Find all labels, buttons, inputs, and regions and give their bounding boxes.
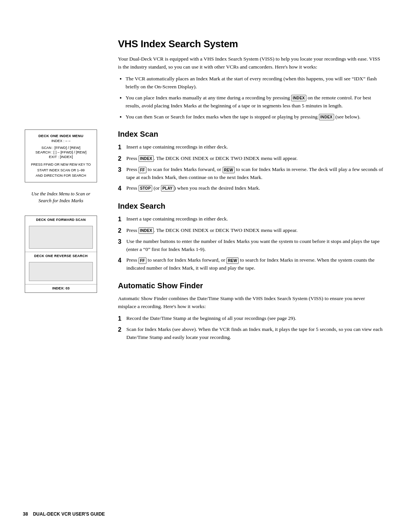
- step-num-3: 3: [118, 166, 126, 174]
- auto-step-2-text: Scan for Index Marks (see above). When t…: [126, 326, 384, 342]
- menu-screen-note2: START INDEX SCAN OR 1–99: [30, 168, 92, 173]
- search-step-4: 4 Press FF to search for Index Marks for…: [118, 256, 384, 272]
- menu-screen-scan-line: SCAN : [FFWD] / [REW]: [30, 145, 92, 150]
- search-step-2-text: Press INDEX. The DECK ONE INDEX or DECK …: [126, 227, 384, 235]
- ff-kbd-1: FF: [139, 167, 147, 173]
- rew-kbd-2: REW: [226, 257, 239, 264]
- play-kbd-1: PLAY: [161, 185, 174, 192]
- vhs-index-title: VHS Index Search System: [118, 38, 384, 50]
- auto-step-num-1: 1: [118, 315, 126, 323]
- menu-screen-note3: AND DIRECTION FOR SEARCH: [30, 174, 92, 178]
- index-value: INDEX: 03: [25, 284, 97, 292]
- page-footer: 38 DUAL-DECK VCR USER'S GUIDE: [23, 511, 105, 517]
- vhs-index-bullets: The VCR automatically places an Index Ma…: [126, 75, 384, 121]
- footer-label: DUAL-DECK VCR USER'S GUIDE: [33, 511, 105, 517]
- scan-step-2-text: Press INDEX. The DECK ONE INDEX or DECK …: [126, 155, 384, 163]
- rew-kbd-1: REW: [223, 167, 235, 173]
- search-step-num-1: 1: [118, 215, 126, 224]
- index-kbd-4: INDEX: [139, 227, 154, 234]
- scan-step-2: 2 Press INDEX. The DECK ONE INDEX or DEC…: [118, 155, 384, 163]
- search-step-1-text: Insert a tape containing recordings in e…: [126, 215, 384, 223]
- forward-scan-label: DECK ONE FORWARD SCAN: [25, 216, 97, 223]
- menu-screen-index-line: INDEX : – –: [30, 139, 92, 143]
- index-scan-title: Index Scan: [118, 130, 384, 139]
- menu-screen-title: DECK ONE INDEX MENU: [30, 134, 92, 138]
- search-step-3-text: Use the number buttons to enter the numb…: [126, 238, 384, 254]
- search-step-2: 2 Press INDEX. The DECK ONE INDEX or DEC…: [118, 227, 384, 235]
- forward-scan-display: [29, 226, 93, 249]
- reverse-search-label: DECK ONE REVERSE SEARCH: [25, 252, 97, 259]
- step-num-2: 2: [118, 155, 126, 163]
- bullet-3: You can then Scan or Search for Index ma…: [126, 113, 384, 121]
- auto-step-1-text: Record the Date/Time Stamp at the beginn…: [126, 315, 384, 323]
- stop-kbd-1: STOP: [139, 185, 152, 192]
- menu-screen-search-line: SEARCH : [ ] – [FFWD] / [REW]: [30, 150, 92, 154]
- ff-kbd-2: FF: [139, 257, 147, 264]
- auto-step-num-2: 2: [118, 326, 126, 334]
- menu-screen-box: DECK ONE INDEX MENU INDEX : – – SCAN : […: [25, 129, 97, 182]
- scan-step-3: 3 Press FF to scan for Index Marks forwa…: [118, 166, 384, 182]
- step-num-4: 4: [118, 184, 126, 193]
- index-search-steps: 1 Insert a tape containing recordings in…: [118, 215, 384, 272]
- scan-step-1-text: Insert a tape containing recordings in e…: [126, 143, 384, 151]
- left-column: DECK ONE INDEX MENU INDEX : – – SCAN : […: [0, 23, 107, 509]
- search-step-1: 1 Insert a tape containing recordings in…: [118, 215, 384, 224]
- scan-step-4-text: Press STOP (or PLAY) when you reach the …: [126, 184, 384, 192]
- search-step-3: 3 Use the number buttons to enter the nu…: [118, 238, 384, 254]
- scan-step-3-text: Press FF to scan for Index Marks forward…: [126, 166, 384, 182]
- step-num-1: 1: [118, 143, 126, 152]
- menu-screen-note1: PRESS FFWD OR NEW REW KEY TO: [30, 163, 92, 167]
- scan-step-1: 1 Insert a tape containing recordings in…: [118, 143, 384, 152]
- index-search-title: Index Search: [118, 202, 384, 211]
- search-step-4-text: Press FF to search for Index Marks forwa…: [126, 256, 384, 272]
- reverse-search-display: [29, 262, 93, 281]
- bullet-1: The VCR automatically places an Index Ma…: [126, 75, 384, 91]
- search-step-num-4: 4: [118, 256, 126, 265]
- page-number: 38: [23, 511, 28, 517]
- auto-step-1: 1 Record the Date/Time Stamp at the begi…: [118, 315, 384, 323]
- search-step-num-2: 2: [118, 227, 126, 235]
- bullet-2: You can place Index marks manually at an…: [126, 94, 384, 110]
- search-step-num-3: 3: [118, 238, 126, 246]
- scan-step-4: 4 Press STOP (or PLAY) when you reach th…: [118, 184, 384, 193]
- index-scan-steps: 1 Insert a tape containing recordings in…: [118, 143, 384, 193]
- vhs-index-intro: Your Dual-Deck VCR is equipped with a VH…: [118, 55, 384, 71]
- screen-caption: Use the Index Menu to Scan or Search for…: [27, 191, 95, 204]
- auto-show-steps: 1 Record the Date/Time Stamp at the begi…: [118, 315, 384, 342]
- index-kbd-3: INDEX: [139, 155, 154, 162]
- index-kbd-1: INDEX: [291, 95, 306, 101]
- index-kbd-2: INDEX: [319, 114, 334, 120]
- auto-show-title: Automatic Show Finder: [118, 281, 384, 290]
- auto-step-2: 2 Scan for Index Marks (see above). When…: [118, 326, 384, 342]
- right-column: VHS Index Search System Your Dual-Deck V…: [107, 23, 411, 509]
- display-screens-container: DECK ONE FORWARD SCAN DECK ONE REVERSE S…: [25, 216, 97, 293]
- auto-show-intro: Automatic Show Finder combines the Date/…: [118, 295, 384, 311]
- menu-screen-exit-line: EXIT : [INDEX]: [30, 155, 92, 159]
